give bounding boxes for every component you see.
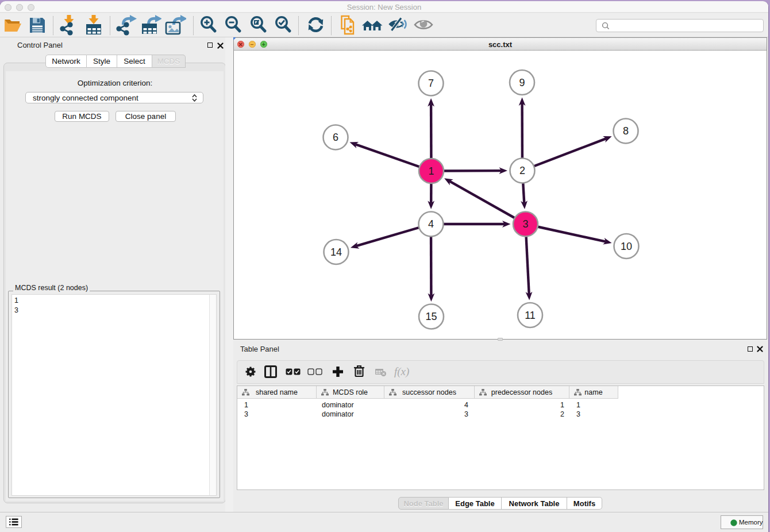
svg-text:6: 6 [333,132,338,143]
svg-text:1: 1 [428,165,434,177]
svg-text:10: 10 [621,241,632,252]
svg-text:9: 9 [519,77,525,88]
svg-text:14: 14 [330,246,342,258]
svg-text:4: 4 [428,218,434,230]
svg-text:3: 3 [522,218,528,230]
svg-text:7: 7 [428,78,434,89]
svg-text:8: 8 [623,125,629,137]
svg-text:11: 11 [525,310,536,321]
svg-text:15: 15 [425,311,437,322]
svg-text:2: 2 [519,165,525,176]
